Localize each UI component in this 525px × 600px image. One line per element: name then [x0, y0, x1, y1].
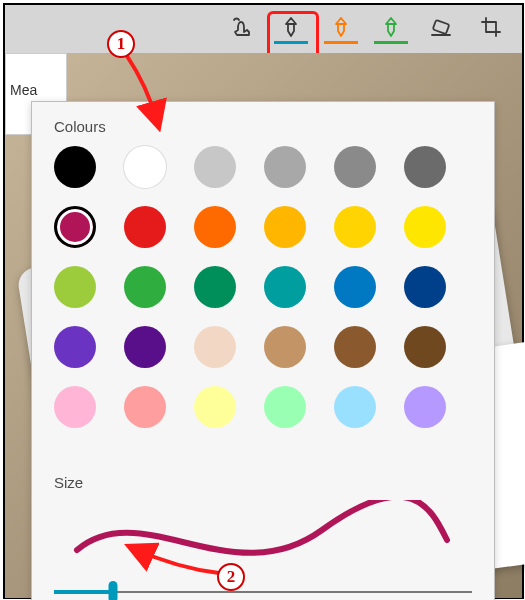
- colour-swatch[interactable]: [404, 206, 446, 248]
- crop-button[interactable]: [466, 5, 516, 53]
- tool-underline: [274, 41, 308, 44]
- ballpoint-pen-button[interactable]: [266, 5, 316, 53]
- highlighter-icon: [379, 15, 403, 39]
- tool-underline: [224, 41, 258, 44]
- tool-underline: [324, 41, 358, 44]
- eraser-icon: [429, 15, 453, 39]
- size-slider[interactable]: [54, 580, 472, 600]
- colour-swatch[interactable]: [264, 206, 306, 248]
- colour-swatch[interactable]: [404, 146, 446, 188]
- colour-swatch[interactable]: [54, 266, 96, 308]
- colour-swatch[interactable]: [124, 386, 166, 428]
- crop-icon: [479, 15, 503, 39]
- colour-swatch[interactable]: [194, 266, 236, 308]
- tool-underline: [474, 41, 508, 44]
- pen-options-panel: Colours Size: [31, 101, 495, 600]
- touch-writing-icon: [229, 15, 253, 39]
- annotation-toolbar: [5, 5, 522, 53]
- colour-swatch[interactable]: [124, 326, 166, 368]
- colour-swatch[interactable]: [264, 266, 306, 308]
- colour-swatch[interactable]: [124, 146, 166, 188]
- touch-writing-button[interactable]: [216, 5, 266, 53]
- colour-swatch[interactable]: [124, 206, 166, 248]
- colour-swatch[interactable]: [264, 386, 306, 428]
- colour-swatch[interactable]: [334, 146, 376, 188]
- colour-swatch[interactable]: [54, 386, 96, 428]
- size-heading: Size: [54, 474, 83, 491]
- colour-swatch[interactable]: [264, 326, 306, 368]
- colour-swatch-grid: [54, 146, 474, 446]
- colour-swatch[interactable]: [54, 326, 96, 368]
- tool-underline: [374, 41, 408, 44]
- colour-swatch[interactable]: [194, 326, 236, 368]
- pencil-icon: [329, 15, 353, 39]
- colour-swatch[interactable]: [334, 326, 376, 368]
- bg-text: Mea: [10, 82, 37, 98]
- colour-swatch[interactable]: [194, 146, 236, 188]
- canvas-area: Mea r ng EL 0169-2919 Colours Size: [5, 53, 522, 598]
- colour-swatch[interactable]: [54, 206, 96, 248]
- stroke-size-preview: [72, 500, 452, 570]
- colours-heading: Colours: [54, 118, 106, 135]
- colour-swatch[interactable]: [404, 266, 446, 308]
- colour-swatch[interactable]: [264, 146, 306, 188]
- pencil-button[interactable]: [316, 5, 366, 53]
- colour-swatch[interactable]: [194, 206, 236, 248]
- eraser-button[interactable]: [416, 5, 466, 53]
- colour-swatch[interactable]: [334, 266, 376, 308]
- colour-swatch[interactable]: [334, 206, 376, 248]
- colour-swatch[interactable]: [404, 386, 446, 428]
- colour-swatch[interactable]: [124, 266, 166, 308]
- highlighter-button[interactable]: [366, 5, 416, 53]
- colour-swatch[interactable]: [54, 146, 96, 188]
- tool-underline: [424, 41, 458, 44]
- colour-swatch[interactable]: [334, 386, 376, 428]
- slider-track-fill: [54, 590, 113, 594]
- svg-rect-0: [433, 19, 450, 33]
- slider-thumb[interactable]: [108, 581, 117, 600]
- ballpoint-pen-icon: [279, 15, 303, 39]
- colour-swatch[interactable]: [404, 326, 446, 368]
- colour-swatch[interactable]: [194, 386, 236, 428]
